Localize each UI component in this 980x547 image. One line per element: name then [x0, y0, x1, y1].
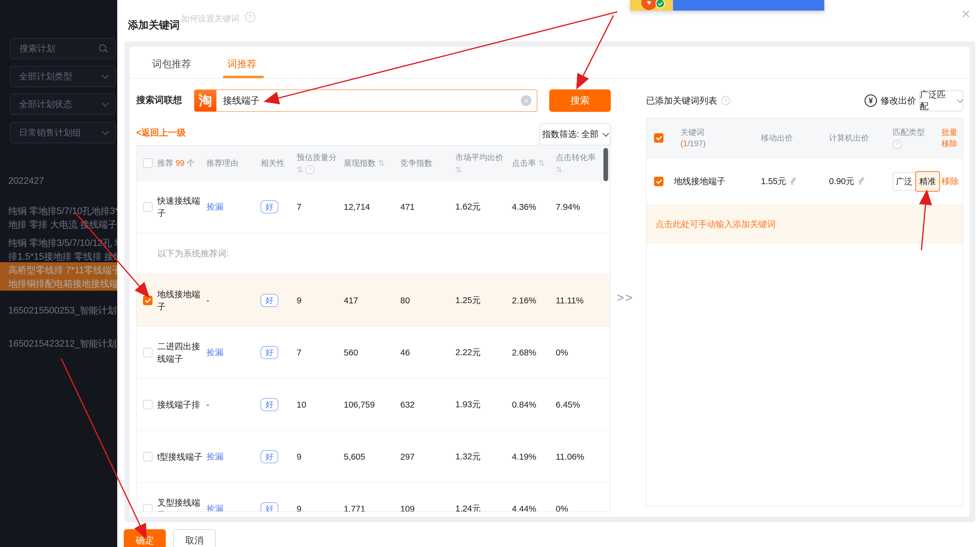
relevance-badge: 好 — [261, 294, 278, 307]
system-recommend-note: 以下为系统推荐词: — [137, 233, 610, 275]
taobao-icon: 淘 — [194, 90, 216, 111]
close-icon[interactable]: × — [962, 6, 970, 21]
edit-pencil-icon[interactable] — [856, 177, 865, 186]
back-to-parent-link[interactable]: <返回上一级 — [136, 127, 186, 139]
keyword-row[interactable]: 快速接线端子 捡漏 好 7 12,714 471 1.62元 4.36% 7.9… — [137, 181, 610, 233]
column-header-ctr: 点击率⇅ — [512, 158, 556, 169]
table-header-row: 推荐99个 推荐理由 相关性 预估质量分 ⇅? 展现指数⇅ 竞争指数 — [137, 146, 610, 181]
notification-app-tile: ♥ — [630, 0, 673, 11]
keyword-row[interactable]: t型接线端子 捡漏 好 9 5,605 297 1.32元 4.19% 11.0… — [137, 431, 610, 483]
ctr-value: 2.68% — [512, 348, 556, 358]
chevron-down-icon — [102, 128, 109, 135]
relevance-badge: 好 — [261, 502, 278, 512]
compete-index: 80 — [400, 296, 455, 305]
added-keywords-panel: 关键词 (1/197) 移动出价 计算机出价 匹配类型 ? 批量 移除 — [646, 118, 963, 507]
reason-link[interactable]: 捡漏 — [206, 347, 261, 358]
yen-icon: ¥ — [864, 94, 877, 107]
plan-item[interactable]: 2022427 — [0, 174, 117, 188]
keyword-text: 快速接线端子 — [157, 194, 206, 219]
row-checkbox[interactable] — [143, 504, 153, 512]
tab-word-recommend[interactable]: 词推荐 — [228, 57, 257, 71]
plan-item[interactable]: 纯铜 零地排5/7/10孔地排3*30排 地排 零排 大电流 接线端子 — [0, 204, 117, 232]
reason-link[interactable]: 捡漏 — [206, 201, 261, 213]
sort-icon[interactable]: ⇅ — [378, 159, 385, 168]
ctr-value: 2.16% — [512, 296, 556, 305]
sort-icon[interactable]: ⇅ — [297, 165, 303, 174]
search-button[interactable]: 搜索 — [549, 89, 611, 112]
ctr-value: 4.44% — [512, 504, 556, 512]
match-type-dropdown[interactable]: 广泛匹配 — [919, 90, 963, 111]
chevron-down-icon — [102, 99, 109, 107]
sort-icon[interactable]: ⇅ — [556, 165, 562, 174]
manual-add-hint-row[interactable]: 点击此处可手动输入添加关键词 — [647, 205, 963, 244]
added-keyword-text: 地线接地端子 — [670, 175, 761, 188]
reason-dash: - — [206, 296, 261, 305]
clear-input-icon[interactable]: × — [521, 95, 531, 106]
row-checkbox[interactable] — [143, 202, 153, 211]
batch-remove-button[interactable]: 批量 移除 — [942, 127, 963, 149]
keyword-row[interactable]: 接线端子排 - 好 10 106,759 632 1.93元 0.84% 6.4… — [137, 379, 610, 431]
market-price: 1.62元 — [455, 201, 512, 213]
sort-icon[interactable]: ⇅ — [455, 165, 462, 174]
keyword-search-input[interactable] — [216, 95, 521, 106]
plan-search-input[interactable] — [19, 43, 99, 54]
modify-bid-button[interactable]: ¥ 修改出价 — [864, 93, 916, 108]
plan-search-box[interactable] — [10, 38, 116, 59]
row-checkbox-checked[interactable] — [143, 296, 153, 305]
plan-status-dropdown[interactable]: 全部计划状态 — [10, 94, 116, 115]
question-icon[interactable]: ? — [305, 165, 314, 174]
reason-link[interactable]: 捡漏 — [206, 503, 261, 512]
move-right-expander[interactable]: >> — [617, 291, 633, 305]
keyword-text: 叉型接线端子 — [157, 496, 206, 512]
added-row-checkbox[interactable] — [654, 177, 663, 186]
index-filter-dropdown[interactable]: 指数筛选: 全部 — [540, 123, 611, 145]
plan-item[interactable]: 1650215423212_智能计划 — [0, 337, 117, 350]
match-exact-button-selected[interactable]: 精准 — [915, 171, 940, 192]
confirm-button[interactable]: 确定 — [124, 529, 166, 547]
browser-notification-popup[interactable]: ♥ — [630, 0, 824, 11]
plan-item-label: 纯铜 零地排3/5/7/10/12孔 地线排 — [8, 236, 117, 250]
reason-link[interactable]: 捡漏 — [206, 451, 261, 463]
added-select-all-checkbox[interactable] — [654, 133, 663, 143]
keyword-row[interactable]: 二进四出接线端子 捡漏 好 7 560 46 2.22元 2.68% 0% — [137, 327, 610, 379]
cvr-value: 11.06% — [556, 452, 610, 462]
keyword-text: 地线接地端子 — [157, 288, 206, 313]
help-link[interactable]: 如何设置关键词 — [181, 13, 239, 24]
plan-item-active[interactable]: 高桥型零线排 7*11零线端子排接 地排铜排配电箱接地接线端子 — [0, 262, 117, 291]
column-header-computer-bid: 计算机出价 — [829, 133, 892, 143]
edit-pencil-icon[interactable] — [788, 177, 797, 186]
search-association-label: 搜索词联想 — [136, 94, 182, 107]
table-scrollbar[interactable] — [603, 148, 608, 181]
notification-action-bar[interactable] — [673, 0, 824, 11]
plan-group-dropdown[interactable]: 日常销售计划组 — [10, 122, 116, 143]
column-header-market-price: 市场平均出价 ⇅ — [455, 152, 512, 174]
quality-score: 9 — [297, 504, 344, 512]
keyword-row-clipped[interactable]: 叉型接线端子 捡漏 好 9 1,771 109 1.24元 4.44% 0% — [137, 483, 610, 512]
modal-body-panel: 词包推荐 词推荐 搜索词联想 淘 × 搜索 已添加关键词列表 ? — [124, 41, 975, 522]
tab-word-package[interactable]: 词包推荐 — [152, 57, 191, 71]
row-checkbox[interactable] — [143, 348, 153, 357]
modify-bid-label: 修改出价 — [881, 95, 916, 107]
match-broad-button[interactable]: 广泛 — [892, 172, 916, 191]
sort-icon[interactable]: ⇅ — [538, 159, 545, 168]
heart-icon: ♥ — [647, 0, 651, 7]
remove-keyword-link[interactable]: 移除 — [942, 175, 963, 188]
select-all-checkbox[interactable] — [143, 158, 153, 168]
row-checkbox[interactable] — [143, 400, 153, 409]
chevron-down-icon — [602, 130, 609, 137]
plan-item[interactable]: 纯铜 零地排3/5/7/10/12孔 地线排 排1.5*15接地排 零线排 接线… — [0, 236, 117, 264]
plan-type-dropdown[interactable]: 全部计划类型 — [10, 66, 116, 87]
question-icon[interactable]: ? — [245, 12, 255, 22]
plan-item-label: 排1.5*15接地排 零线排 接线端子 — [8, 250, 117, 264]
keyword-row-selected[interactable]: 地线接地端子 - 好 9 417 80 1.25元 2.16% 11.11% — [137, 275, 610, 327]
plan-item[interactable]: 1650215500253_智能计划 — [0, 304, 117, 317]
keyword-search-box[interactable]: 淘 × — [194, 89, 538, 112]
question-icon[interactable]: ? — [892, 140, 902, 149]
plan-sidebar: 全部计划类型 全部计划状态 日常销售计划组 2022427 纯铜 零地排5/7/… — [0, 0, 117, 547]
row-checkbox[interactable] — [143, 452, 153, 461]
added-keyword-row[interactable]: 地线接地端子 1.55元 0.90元 广泛 精准 — [647, 158, 963, 205]
active-tab-underline — [223, 76, 264, 78]
cvr-value: 0% — [556, 348, 610, 358]
question-icon[interactable]: ? — [721, 96, 730, 105]
cancel-button[interactable]: 取消 — [173, 529, 216, 547]
